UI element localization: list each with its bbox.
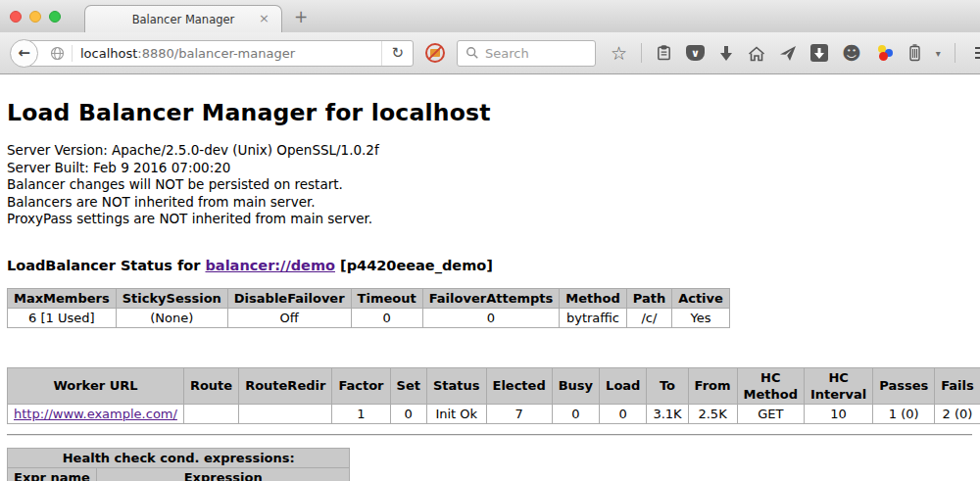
red-dot-icon xyxy=(879,52,888,61)
cell-from: 2.5K xyxy=(688,404,737,423)
cell-stickysession: (None) xyxy=(116,308,227,327)
search-bar[interactable]: Search xyxy=(457,40,596,67)
reload-button[interactable]: ↻ xyxy=(381,41,413,66)
divider xyxy=(7,434,972,436)
column-header: Passes xyxy=(873,367,935,404)
url-text[interactable]: localhost:8880/balancer-manager xyxy=(80,46,295,61)
column-header: Worker URL xyxy=(8,367,184,404)
column-header: Set xyxy=(390,367,426,404)
cell-method: bytraffic xyxy=(560,308,626,327)
url-separator xyxy=(72,45,73,62)
cell-status: Init Ok xyxy=(426,404,486,423)
pocket-icon[interactable]: ∨ xyxy=(686,45,705,61)
column-header: Method xyxy=(560,288,626,308)
url-domain: localhost xyxy=(80,46,137,61)
page-title: Load Balancer Manager for localhost xyxy=(7,99,972,126)
fullscreen-window-button[interactable] xyxy=(49,11,61,23)
overflow-caret-icon[interactable]: ▾ xyxy=(936,48,941,59)
cell-elected: 7 xyxy=(486,404,552,423)
home-icon[interactable] xyxy=(748,45,765,62)
status-heading-prefix: LoadBalancer Status for xyxy=(7,258,205,273)
worker-row: http://www.example.com/ 1 0 Init Ok 7 0 … xyxy=(8,404,980,423)
balancer-demo-link[interactable]: balancer://demo xyxy=(205,258,335,273)
column-header: HC Interval xyxy=(804,367,872,404)
health-table-title: Health check cond. expressions: xyxy=(8,448,350,467)
health-check-table: Health check cond. expressions: Expr nam… xyxy=(7,448,350,481)
info-line: ProxyPass settings are NOT inherited fro… xyxy=(7,211,972,228)
toolbar-icons: ☆ ∨ ☻ xyxy=(611,43,980,63)
back-button[interactable]: ← xyxy=(10,39,38,68)
cell-to: 3.1K xyxy=(647,404,688,423)
column-header: Fails xyxy=(935,367,980,404)
url-bar[interactable]: localhost:8880/balancer-manager ↻ xyxy=(24,40,414,67)
column-header: To xyxy=(647,367,688,404)
cell-factor: 1 xyxy=(332,404,390,423)
cell-failoverattempts: 0 xyxy=(422,308,560,327)
tab-title: Balancer Manager xyxy=(132,13,235,26)
send-plane-icon[interactable] xyxy=(779,45,797,62)
url-path: :8880/balancer-manager xyxy=(137,46,295,61)
chat-smiley-icon[interactable]: ☻ xyxy=(842,44,861,63)
column-header: FailoverAttempts xyxy=(422,288,560,308)
column-header: Elected xyxy=(486,367,552,404)
column-header: Route xyxy=(183,367,238,404)
column-header: Load xyxy=(600,367,647,404)
column-header: Status xyxy=(426,367,486,404)
info-line: Server Version: Apache/2.5.0-dev (Unix) … xyxy=(7,142,972,160)
downloads-icon[interactable] xyxy=(718,45,734,62)
archive-extension-icon[interactable] xyxy=(907,44,922,62)
cell-hc-method: GET xyxy=(737,404,804,423)
reading-list-icon[interactable] xyxy=(656,44,672,62)
close-window-button[interactable] xyxy=(10,11,22,23)
search-placeholder: Search xyxy=(485,46,529,61)
info-line: Balancer changes will NOT be persisted o… xyxy=(7,176,972,194)
table-header-row: MaxMembers StickySession DisableFailover… xyxy=(8,288,730,308)
column-header: Path xyxy=(626,288,671,308)
table-header-row: Worker URL Route RouteRedir Factor Set S… xyxy=(8,367,980,404)
column-header: Expression xyxy=(96,467,350,481)
column-header: StickySession xyxy=(116,288,227,308)
search-icon xyxy=(466,46,479,60)
save-page-extension-icon[interactable] xyxy=(810,44,828,62)
tab-balancer-manager[interactable]: Balancer Manager × xyxy=(84,5,282,33)
column-header: Expr name xyxy=(8,467,97,481)
column-header: Timeout xyxy=(351,288,422,308)
info-line: Server Built: Feb 9 2016 07:00:20 xyxy=(7,160,972,177)
table-header-row: Expr name Expression xyxy=(8,467,350,481)
titlebar: Balancer Manager × + xyxy=(0,0,980,32)
toolbar-separator xyxy=(641,43,642,63)
column-header: HC Method xyxy=(737,367,804,404)
column-header: Busy xyxy=(552,367,599,404)
page-content: Load Balancer Manager for localhost Serv… xyxy=(0,74,980,481)
minimize-window-button[interactable] xyxy=(29,11,41,23)
cell-set: 0 xyxy=(390,404,426,423)
menu-hamburger-icon[interactable] xyxy=(975,47,980,60)
column-header: Active xyxy=(672,288,730,308)
back-icon: ← xyxy=(18,44,30,62)
column-header: Factor xyxy=(332,367,390,404)
plugin-blocked-icon[interactable] xyxy=(425,43,445,63)
table-row: 6 [1 Used] (None) Off 0 0 bytraffic /c/ … xyxy=(8,308,730,327)
toolbar-separator xyxy=(955,43,956,63)
new-tab-button[interactable]: + xyxy=(294,7,308,26)
cell-routeredir xyxy=(239,404,332,423)
balancer-settings-table: MaxMembers StickySession DisableFailover… xyxy=(7,288,730,328)
table-title-row: Health check cond. expressions: xyxy=(8,448,350,467)
cell-busy: 0 xyxy=(552,404,599,423)
pocket-chevron-icon: ∨ xyxy=(691,47,700,60)
loadbalancer-status-heading: LoadBalancer Status for balancer://demo … xyxy=(7,258,972,273)
info-line: Balancers are NOT inherited from main se… xyxy=(7,194,972,212)
tab-close-icon[interactable]: × xyxy=(259,11,270,25)
colored-dots-extension-icon[interactable] xyxy=(875,44,894,62)
cell-path: /c/ xyxy=(626,308,671,327)
bookmark-star-icon[interactable]: ☆ xyxy=(611,44,627,63)
browser-window: Balancer Manager × + ← localhost:8880/ba… xyxy=(0,0,980,74)
cell-passes: 1 (0) xyxy=(873,404,935,423)
worker-url-link[interactable]: http://www.example.com/ xyxy=(14,407,177,421)
column-header: From xyxy=(688,367,737,404)
server-info: Server Version: Apache/2.5.0-dev (Unix) … xyxy=(7,142,972,228)
worker-status-table: Worker URL Route RouteRedir Factor Set S… xyxy=(7,367,980,424)
cell-maxmembers: 6 [1 Used] xyxy=(8,308,117,327)
cell-timeout: 0 xyxy=(351,308,422,327)
window-controls xyxy=(10,11,61,23)
